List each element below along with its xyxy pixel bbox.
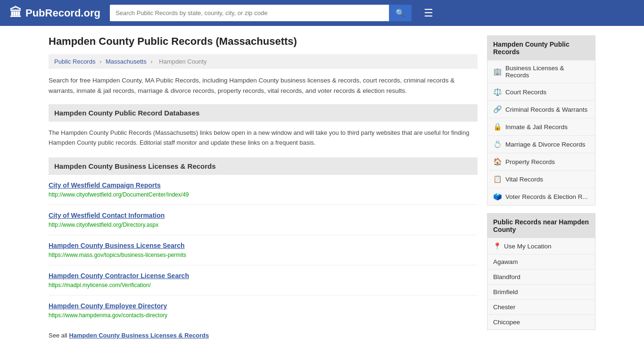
page-description: Search for free Hampden County, MA Publi… xyxy=(49,75,478,96)
record-entry-2: Hampden County Business License Search h… xyxy=(49,242,478,265)
record-url-2[interactable]: https://www.mass.gov/topics/business-lic… xyxy=(49,252,186,258)
record-url-4[interactable]: https://www.hampdenma.gov/contacts-direc… xyxy=(49,312,167,319)
record-title-0[interactable]: City of Westfield Campaign Reports xyxy=(49,181,478,189)
ring-icon: 💍 xyxy=(493,140,502,148)
search-input[interactable] xyxy=(110,5,389,21)
search-button[interactable]: 🔍 xyxy=(389,5,412,21)
page-title: Hampden County Public Records (Massachus… xyxy=(49,35,478,48)
sidebar: Hampden County Public Records 🏢 Business… xyxy=(487,35,595,339)
sidebar-label-criminal: Criminal Records & Warrants xyxy=(505,106,587,113)
site-logo[interactable]: 🏛 PubRecord.org xyxy=(9,6,100,20)
record-url-3[interactable]: https://madpl.mylicense.com/Verification… xyxy=(49,282,151,288)
nearby-brimfield[interactable]: Brimfield xyxy=(487,285,595,300)
records-list: City of Westfield Campaign Reports http:… xyxy=(49,181,478,325)
sidebar-item-property[interactable]: 🏠 Property Records xyxy=(487,153,595,171)
sidebar-label-business: Business Licenses & Records xyxy=(505,65,589,79)
sidebar-label-court: Court Records xyxy=(505,89,546,96)
scales-icon: ⚖️ xyxy=(493,88,502,96)
site-header: 🏛 PubRecord.org 🔍 ☰ xyxy=(0,0,644,26)
main-content: Hampden County Public Records (Massachus… xyxy=(49,35,478,339)
sidebar-label-property: Property Records xyxy=(505,158,555,165)
breadcrumb-sep-2: › xyxy=(150,58,154,65)
see-all-link[interactable]: Hampden County Business Licenses & Recor… xyxy=(69,332,209,339)
sidebar-item-court[interactable]: ⚖️ Court Records xyxy=(487,83,595,101)
ballot-icon: 🗳️ xyxy=(493,192,502,201)
see-all-text: See all xyxy=(49,332,69,339)
lock-icon: 🔒 xyxy=(493,123,502,131)
sidebar-label-marriage: Marriage & Divorce Records xyxy=(505,141,586,148)
use-location[interactable]: 📍 Use My Location xyxy=(487,238,595,255)
breadcrumb-current: Hampden County xyxy=(159,58,206,65)
logo-text: PubRecord.org xyxy=(25,7,100,19)
sidebar-item-criminal[interactable]: 🔗 Criminal Records & Warrants xyxy=(487,101,595,118)
sidebar-nearby-title: Public Records near Hampden County xyxy=(487,214,595,238)
record-title-4[interactable]: Hampden County Employee Directory xyxy=(49,302,478,310)
nearby-blandford[interactable]: Blandford xyxy=(487,270,595,285)
sidebar-item-vital[interactable]: 📋 Vital Records xyxy=(487,171,595,188)
clipboard-icon: 📋 xyxy=(493,175,502,183)
record-url-0[interactable]: http://www.cityofwestfield.org/DocumentC… xyxy=(49,191,189,198)
sidebar-item-inmate[interactable]: 🔒 Inmate & Jail Records xyxy=(487,118,595,136)
sidebar-item-marriage[interactable]: 💍 Marriage & Divorce Records xyxy=(487,136,595,153)
record-entry-4: Hampden County Employee Directory https:… xyxy=(49,302,478,325)
db-info-text: The Hampden County Public Records (Massa… xyxy=(49,128,478,148)
building-icon: 🏢 xyxy=(493,67,502,76)
sidebar-label-vital: Vital Records xyxy=(505,176,543,183)
location-pin-icon: 📍 xyxy=(493,242,501,250)
main-container: Hampden County Public Records (Massachus… xyxy=(39,26,605,348)
breadcrumb-link-public-records[interactable]: Public Records xyxy=(54,58,95,65)
sidebar-item-voter[interactable]: 🗳️ Voter Records & Election R... xyxy=(487,188,595,205)
record-entry-3: Hampden County Contractor License Search… xyxy=(49,272,478,296)
record-entry-1: City of Westfield Contact Information ht… xyxy=(49,212,478,235)
nearby-agawam[interactable]: Agawam xyxy=(487,255,595,270)
record-title-3[interactable]: Hampden County Contractor License Search xyxy=(49,272,478,280)
search-bar: 🔍 xyxy=(110,5,412,21)
record-url-1[interactable]: http://www.cityofwestfield.org/Directory… xyxy=(49,222,158,228)
nearby-chester[interactable]: Chester xyxy=(487,300,595,315)
record-entry-0: City of Westfield Campaign Reports http:… xyxy=(49,181,478,205)
record-title-2[interactable]: Hampden County Business License Search xyxy=(49,242,478,249)
db-section-header: Hampden County Public Record Databases xyxy=(49,104,478,122)
sidebar-label-inmate: Inmate & Jail Records xyxy=(505,123,568,131)
nearby-chicopee[interactable]: Chicopee xyxy=(487,315,595,329)
see-all: See all Hampden County Business Licenses… xyxy=(49,332,478,339)
link-icon: 🔗 xyxy=(493,105,502,114)
sidebar-label-voter: Voter Records & Election R... xyxy=(505,193,588,200)
breadcrumb-link-massachusetts[interactable]: Massachusetts xyxy=(106,58,147,65)
biz-section-header: Hampden County Business Licenses & Recor… xyxy=(49,157,478,175)
use-location-label: Use My Location xyxy=(504,243,552,250)
breadcrumb-sep-1: › xyxy=(99,58,103,65)
breadcrumb: Public Records › Massachusetts › Hampden… xyxy=(49,54,478,69)
sidebar-nearby-box: Public Records near Hampden County 📍 Use… xyxy=(487,213,595,330)
house-icon: 🏠 xyxy=(493,157,502,166)
menu-button[interactable]: ☰ xyxy=(424,7,433,19)
record-title-1[interactable]: City of Westfield Contact Information xyxy=(49,212,478,219)
sidebar-main-title: Hampden County Public Records xyxy=(487,36,595,60)
logo-icon: 🏛 xyxy=(9,6,22,20)
sidebar-item-business[interactable]: 🏢 Business Licenses & Records xyxy=(487,60,595,83)
sidebar-records-box: Hampden County Public Records 🏢 Business… xyxy=(487,35,595,206)
